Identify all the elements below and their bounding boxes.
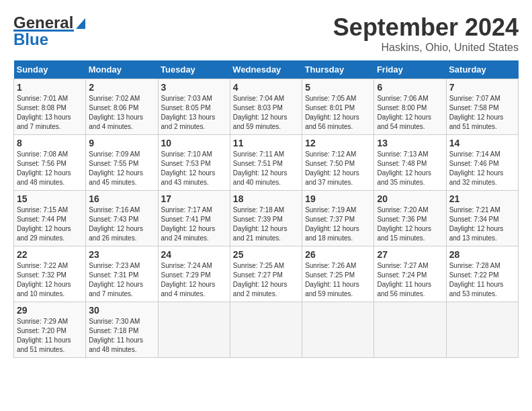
day-cell-4: 4 Sunrise: 7:04 AM Sunset: 8:03 PM Dayli… (230, 79, 302, 135)
day-detail: Sunrise: 7:19 AM Sunset: 7:37 PM Dayligh… (305, 205, 371, 243)
week-row-1: 1 Sunrise: 7:01 AM Sunset: 8:08 PM Dayli… (14, 79, 519, 135)
day-number: 11 (233, 138, 299, 148)
day-detail: Sunrise: 7:04 AM Sunset: 8:03 PM Dayligh… (233, 94, 299, 132)
day-cell-2: 2 Sunrise: 7:02 AM Sunset: 8:06 PM Dayli… (86, 79, 158, 135)
week-row-4: 22 Sunrise: 7:22 AM Sunset: 7:32 PM Dayl… (14, 246, 519, 302)
day-detail: Sunrise: 7:30 AM Sunset: 7:18 PM Dayligh… (89, 317, 154, 355)
weekday-header-tuesday: Tuesday (158, 60, 230, 79)
day-detail: Sunrise: 7:25 AM Sunset: 7:27 PM Dayligh… (233, 261, 299, 299)
day-cell-6: 6 Sunrise: 7:06 AM Sunset: 8:00 PM Dayli… (374, 79, 446, 135)
day-cell-3: 3 Sunrise: 7:03 AM Sunset: 8:05 PM Dayli… (158, 79, 230, 135)
day-number: 22 (17, 249, 83, 260)
day-cell-25: 25 Sunrise: 7:25 AM Sunset: 7:27 PM Dayl… (230, 246, 302, 302)
day-detail: Sunrise: 7:08 AM Sunset: 7:56 PM Dayligh… (17, 150, 83, 187)
day-number: 4 (233, 82, 299, 93)
day-detail: Sunrise: 7:26 AM Sunset: 7:25 PM Dayligh… (305, 261, 371, 299)
day-number: 24 (161, 249, 227, 260)
day-number: 15 (17, 193, 83, 204)
day-cell-10: 10 Sunrise: 7:10 AM Sunset: 7:53 PM Dayl… (158, 135, 230, 191)
weekday-header-thursday: Thursday (302, 60, 374, 79)
day-number: 21 (449, 193, 515, 204)
day-number: 27 (377, 249, 443, 260)
day-number: 17 (161, 193, 227, 204)
weekday-header-wednesday: Wednesday (230, 60, 302, 79)
day-cell-27: 27 Sunrise: 7:27 AM Sunset: 7:24 PM Dayl… (374, 246, 446, 302)
day-detail: Sunrise: 7:05 AM Sunset: 8:01 PM Dayligh… (305, 94, 371, 132)
day-detail: Sunrise: 7:20 AM Sunset: 7:36 PM Dayligh… (377, 205, 443, 243)
day-detail: Sunrise: 7:14 AM Sunset: 7:46 PM Dayligh… (449, 150, 515, 187)
day-number: 9 (89, 138, 154, 148)
day-detail: Sunrise: 7:23 AM Sunset: 7:31 PM Dayligh… (89, 261, 154, 299)
day-number: 19 (305, 193, 371, 204)
day-number: 2 (89, 82, 154, 93)
day-cell-9: 9 Sunrise: 7:09 AM Sunset: 7:55 PM Dayli… (86, 135, 158, 191)
weekday-header-row: SundayMondayTuesdayWednesdayThursdayFrid… (14, 60, 519, 79)
day-detail: Sunrise: 7:10 AM Sunset: 7:53 PM Dayligh… (161, 150, 227, 187)
day-detail: Sunrise: 7:13 AM Sunset: 7:48 PM Dayligh… (377, 150, 443, 187)
day-number: 6 (377, 82, 443, 93)
day-detail: Sunrise: 7:12 AM Sunset: 7:50 PM Dayligh… (305, 150, 371, 187)
day-detail: Sunrise: 7:15 AM Sunset: 7:44 PM Dayligh… (17, 205, 83, 243)
day-detail: Sunrise: 7:28 AM Sunset: 7:22 PM Dayligh… (449, 261, 515, 299)
empty-cell (158, 302, 230, 358)
day-cell-11: 11 Sunrise: 7:11 AM Sunset: 7:51 PM Dayl… (230, 135, 302, 191)
day-cell-22: 22 Sunrise: 7:22 AM Sunset: 7:32 PM Dayl… (14, 246, 86, 302)
weekday-header-monday: Monday (86, 60, 158, 79)
day-cell-8: 8 Sunrise: 7:08 AM Sunset: 7:56 PM Dayli… (14, 135, 86, 191)
day-detail: Sunrise: 7:22 AM Sunset: 7:32 PM Dayligh… (17, 261, 83, 299)
day-number: 7 (449, 82, 515, 93)
day-detail: Sunrise: 7:21 AM Sunset: 7:34 PM Dayligh… (449, 205, 515, 243)
day-cell-19: 19 Sunrise: 7:19 AM Sunset: 7:37 PM Dayl… (302, 191, 374, 246)
week-row-2: 8 Sunrise: 7:08 AM Sunset: 7:56 PM Dayli… (14, 135, 519, 191)
empty-cell (446, 302, 518, 358)
day-detail: Sunrise: 7:17 AM Sunset: 7:41 PM Dayligh… (161, 205, 227, 243)
day-detail: Sunrise: 7:06 AM Sunset: 8:00 PM Dayligh… (377, 94, 443, 132)
location-text: Haskins, Ohio, United States (333, 42, 519, 54)
logo: General Blue (13, 13, 88, 49)
empty-cell (230, 302, 302, 358)
week-row-5: 29 Sunrise: 7:29 AM Sunset: 7:20 PM Dayl… (14, 302, 519, 358)
day-cell-1: 1 Sunrise: 7:01 AM Sunset: 8:08 PM Dayli… (14, 79, 86, 135)
day-number: 29 (17, 305, 83, 316)
empty-cell (374, 302, 446, 358)
day-cell-12: 12 Sunrise: 7:12 AM Sunset: 7:50 PM Dayl… (302, 135, 374, 191)
weekday-header-friday: Friday (374, 60, 446, 79)
day-number: 26 (305, 249, 371, 260)
day-detail: Sunrise: 7:03 AM Sunset: 8:05 PM Dayligh… (161, 94, 227, 132)
day-number: 10 (161, 138, 227, 148)
day-number: 8 (17, 138, 83, 148)
day-cell-21: 21 Sunrise: 7:21 AM Sunset: 7:34 PM Dayl… (446, 191, 518, 246)
logo-triangle-icon (73, 15, 88, 30)
day-cell-28: 28 Sunrise: 7:28 AM Sunset: 7:22 PM Dayl… (446, 246, 518, 302)
day-number: 18 (233, 193, 299, 204)
day-detail: Sunrise: 7:09 AM Sunset: 7:55 PM Dayligh… (89, 150, 154, 187)
day-detail: Sunrise: 7:01 AM Sunset: 8:08 PM Dayligh… (17, 94, 83, 132)
weekday-header-saturday: Saturday (446, 60, 518, 79)
day-cell-14: 14 Sunrise: 7:14 AM Sunset: 7:46 PM Dayl… (446, 135, 518, 191)
day-detail: Sunrise: 7:02 AM Sunset: 8:06 PM Dayligh… (89, 94, 154, 132)
day-cell-20: 20 Sunrise: 7:20 AM Sunset: 7:36 PM Dayl… (374, 191, 446, 246)
day-cell-30: 30 Sunrise: 7:30 AM Sunset: 7:18 PM Dayl… (86, 302, 158, 358)
day-cell-18: 18 Sunrise: 7:18 AM Sunset: 7:39 PM Dayl… (230, 191, 302, 246)
day-number: 25 (233, 249, 299, 260)
week-row-3: 15 Sunrise: 7:15 AM Sunset: 7:44 PM Dayl… (14, 191, 519, 246)
day-cell-15: 15 Sunrise: 7:15 AM Sunset: 7:44 PM Dayl… (14, 191, 86, 246)
day-cell-29: 29 Sunrise: 7:29 AM Sunset: 7:20 PM Dayl… (14, 302, 86, 358)
day-cell-23: 23 Sunrise: 7:23 AM Sunset: 7:31 PM Dayl… (86, 246, 158, 302)
day-cell-13: 13 Sunrise: 7:13 AM Sunset: 7:48 PM Dayl… (374, 135, 446, 191)
day-number: 14 (449, 138, 515, 148)
day-number: 5 (305, 82, 371, 93)
logo-text-blue: Blue (13, 30, 48, 49)
day-number: 30 (89, 305, 154, 316)
day-detail: Sunrise: 7:27 AM Sunset: 7:24 PM Dayligh… (377, 261, 443, 299)
day-cell-16: 16 Sunrise: 7:16 AM Sunset: 7:43 PM Dayl… (86, 191, 158, 246)
weekday-header-sunday: Sunday (14, 60, 86, 79)
day-detail: Sunrise: 7:11 AM Sunset: 7:51 PM Dayligh… (233, 150, 299, 187)
day-detail: Sunrise: 7:29 AM Sunset: 7:20 PM Dayligh… (17, 317, 83, 355)
day-number: 20 (377, 193, 443, 204)
empty-cell (302, 302, 374, 358)
day-cell-5: 5 Sunrise: 7:05 AM Sunset: 8:01 PM Dayli… (302, 79, 374, 135)
day-detail: Sunrise: 7:24 AM Sunset: 7:29 PM Dayligh… (161, 261, 227, 299)
svg-marker-0 (76, 18, 85, 29)
calendar-table: SundayMondayTuesdayWednesdayThursdayFrid… (13, 60, 519, 358)
